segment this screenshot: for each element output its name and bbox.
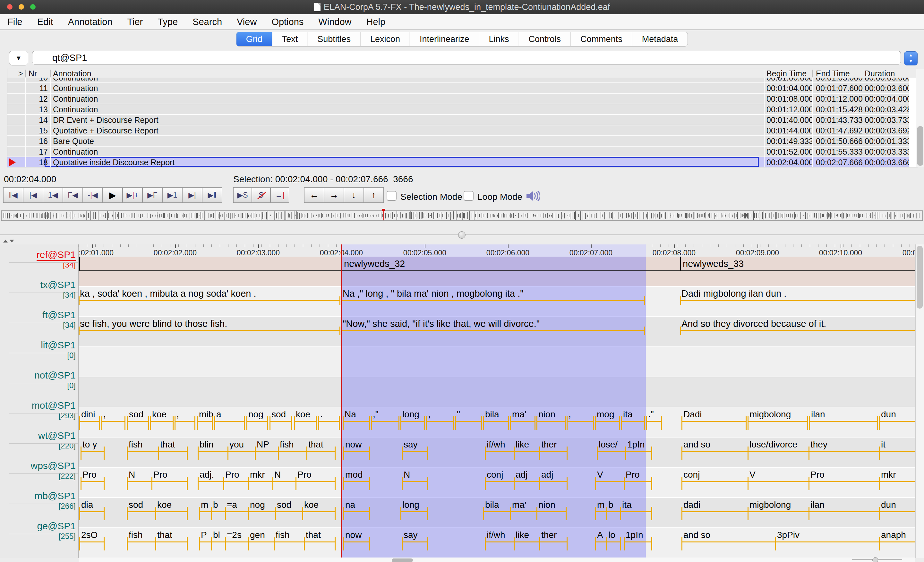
annotation-token[interactable]: that xyxy=(160,439,175,450)
annotation-token[interactable]: dun xyxy=(881,409,896,420)
collapse-up-icon[interactable] xyxy=(3,240,8,243)
annotation-up-button[interactable]: ↑ xyxy=(364,187,384,203)
previous-annotation-button[interactable]: ← xyxy=(304,187,324,203)
annotation-token[interactable]: A xyxy=(597,530,603,540)
menu-item-edit[interactable]: Edit xyxy=(30,16,61,27)
annotation-token[interactable]: 1pIn xyxy=(627,439,645,450)
tab-comments[interactable]: Comments xyxy=(571,32,632,46)
menu-item-tier[interactable]: Tier xyxy=(120,16,150,27)
annotation-token[interactable]: mog xyxy=(597,409,614,420)
annotation-token[interactable]: koe xyxy=(304,500,319,510)
annotation-token[interactable]: sod xyxy=(129,500,143,510)
table-row[interactable]: 10Continuation00:01:00.00000:01:03.00000… xyxy=(8,78,909,83)
annotation-token[interactable]: sod xyxy=(277,500,291,510)
annotation-token[interactable]: and so xyxy=(683,439,710,450)
annotation-token[interactable]: dun xyxy=(881,500,896,510)
annotation-token[interactable]: mkr xyxy=(250,470,265,480)
annotation-token[interactable]: a xyxy=(216,409,221,420)
row-annotation[interactable]: Continuation xyxy=(53,78,98,82)
table-row[interactable]: 16Bare Quote00:01:49.33300:01:50.66600:0… xyxy=(8,136,909,147)
annotation-token[interactable]: nion xyxy=(538,500,555,510)
annotation-token[interactable]: if/wh xyxy=(487,530,506,540)
annotation-token[interactable]: Pro xyxy=(153,470,168,480)
tab-controls[interactable]: Controls xyxy=(519,32,571,46)
table-row[interactable]: 13Continuation00:01:12.00000:01:15.42800… xyxy=(8,104,909,115)
tier-vscroll-thumb[interactable] xyxy=(916,246,923,309)
annotation-token[interactable]: now xyxy=(345,530,362,540)
annotation-token[interactable]: gen xyxy=(250,530,265,540)
annotation-token[interactable]: conj xyxy=(683,470,700,480)
tab-grid[interactable]: Grid xyxy=(237,32,272,46)
tx-annotation[interactable]: Na ," long , " bila ma' nion , mogbolong… xyxy=(343,288,524,299)
tab-links[interactable]: Links xyxy=(479,32,519,46)
annotation-token[interactable]: ." xyxy=(648,409,654,420)
zoom-slider-knob[interactable] xyxy=(872,557,878,562)
next-annotation-button[interactable]: → xyxy=(324,187,344,203)
annotation-token[interactable]: lose/divorce xyxy=(750,439,797,450)
annotation-token[interactable]: you xyxy=(230,439,244,450)
ft-annotation[interactable]: And so they divorced because of it. xyxy=(681,319,826,329)
annotation-token[interactable]: koe xyxy=(296,409,310,420)
annotation-token[interactable]: 2sO xyxy=(81,530,98,540)
annotation-token[interactable]: ita xyxy=(622,500,632,510)
grid-column-header[interactable]: End Time xyxy=(816,69,850,78)
annotation-token[interactable]: ita xyxy=(623,409,633,420)
second-right-button[interactable]: ▶1 xyxy=(162,187,182,203)
previous-scrollview-button[interactable]: |◀ xyxy=(23,187,43,203)
annotation-token[interactable]: Pro xyxy=(297,470,312,480)
menu-item-help[interactable]: Help xyxy=(359,16,393,27)
tier-selector-field[interactable]: qt@SP1 xyxy=(32,51,901,65)
menu-item-options[interactable]: Options xyxy=(264,16,311,27)
annotation-token[interactable]: Pro xyxy=(82,470,97,480)
annotation-token[interactable]: . xyxy=(320,409,323,420)
menu-item-file[interactable]: File xyxy=(0,16,30,27)
annotation-token[interactable]: koe xyxy=(152,409,166,420)
table-row[interactable]: 17Continuation00:01:52.00000:01:55.33300… xyxy=(8,147,909,157)
media-density-bar[interactable] xyxy=(1,210,923,221)
grid-column-header[interactable]: Begin Time xyxy=(766,69,807,78)
annotation-token[interactable]: b xyxy=(608,500,614,510)
tab-lexicon[interactable]: Lexicon xyxy=(361,32,410,46)
pan-slider-knob[interactable] xyxy=(458,231,465,239)
annotation-token[interactable]: =2s xyxy=(227,530,242,540)
row-annotation[interactable]: Continuation xyxy=(53,147,98,157)
next-frame-button[interactable]: ▶F xyxy=(142,187,162,203)
row-annotation[interactable]: Continuation xyxy=(53,94,98,103)
annotation-token[interactable]: na xyxy=(345,500,355,510)
table-row[interactable]: 12Continuation00:01:08.00000:01:12.00000… xyxy=(8,94,909,104)
tab-metadata[interactable]: Metadata xyxy=(632,32,688,46)
annotation-token[interactable]: lose/ xyxy=(598,439,618,450)
annotation-token[interactable]: fish xyxy=(129,530,143,540)
annotation-token[interactable]: m xyxy=(597,500,604,510)
menu-item-window[interactable]: Window xyxy=(311,16,359,27)
annotation-token[interactable]: N xyxy=(404,470,410,480)
ft-annotation[interactable]: "Now," she said, "if it's like that, we … xyxy=(343,319,540,329)
row-annotation[interactable]: Quotative + Discourse Report xyxy=(53,126,159,135)
grid-vertical-scrollbar[interactable] xyxy=(916,69,924,167)
ft-annotation[interactable]: se fish, you were blind to those fish. xyxy=(80,319,227,329)
tier-dropdown-button[interactable]: ▼ xyxy=(9,51,28,66)
annotation-token[interactable]: ," xyxy=(373,409,379,420)
annotation-token[interactable]: NP xyxy=(256,439,269,450)
annotation-token[interactable]: they xyxy=(810,439,827,450)
annotation-token[interactable]: Dadi xyxy=(683,409,702,420)
annotation-token[interactable]: Pro xyxy=(225,470,239,480)
clear-selection-button[interactable]: S xyxy=(252,187,270,203)
annotation-token[interactable]: long xyxy=(402,409,419,420)
table-row[interactable]: 15Quotative + Discourse Report00:01:44.0… xyxy=(8,126,909,136)
annotation-token[interactable]: sod xyxy=(129,409,143,420)
tier-label-tx[interactable]: tx@SP1 xyxy=(40,279,76,290)
annotation-token[interactable]: b xyxy=(213,500,218,510)
annotation-token[interactable]: , xyxy=(103,409,106,420)
annotation-token[interactable]: P xyxy=(201,530,207,540)
tier-horizontal-scrollbar[interactable] xyxy=(79,558,915,562)
annotation-token[interactable]: dia xyxy=(81,500,93,510)
annotation-token[interactable]: , xyxy=(177,409,179,420)
annotation-token[interactable]: to y xyxy=(82,439,97,450)
tx-annotation[interactable]: ka , soda' koen , mibuta a nog soda' koe… xyxy=(80,288,256,299)
table-row[interactable]: 11Continuation00:01:04.00000:01:07.60000… xyxy=(8,83,909,94)
annotation-token[interactable]: ther xyxy=(541,530,556,540)
go-to-end-button[interactable]: ▶‖ xyxy=(202,187,222,203)
annotation-token[interactable]: koe xyxy=(157,500,172,510)
annotation-token[interactable]: say xyxy=(404,530,418,540)
